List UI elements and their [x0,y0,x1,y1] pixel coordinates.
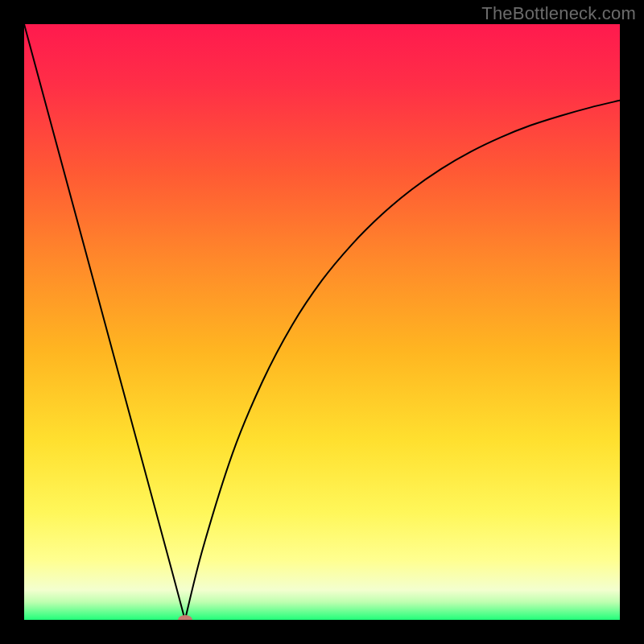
bottleneck-curve [24,24,620,620]
optimal-point-marker [178,615,192,620]
plot-area [24,24,620,620]
watermark-text: TheBottleneck.com [481,3,636,24]
chart-frame: TheBottleneck.com [0,0,644,644]
